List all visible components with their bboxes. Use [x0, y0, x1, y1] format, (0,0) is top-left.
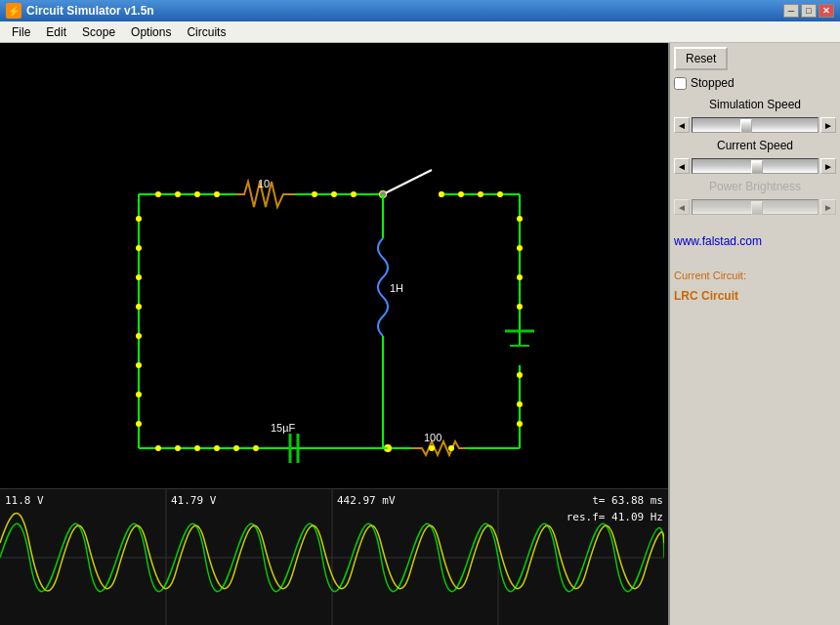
- svg-point-49: [312, 191, 317, 197]
- current-speed-track[interactable]: [692, 158, 819, 174]
- svg-point-51: [351, 191, 357, 197]
- svg-point-37: [214, 445, 220, 451]
- svg-point-31: [136, 362, 142, 368]
- svg-point-50: [331, 191, 337, 197]
- current-speed-slider[interactable]: ◄ ►: [674, 158, 836, 174]
- main-content: 10 10: [0, 43, 840, 625]
- window-title: Circuit Simulator v1.5n: [26, 4, 783, 18]
- svg-point-39: [253, 445, 259, 451]
- resistor2-label: 100: [424, 432, 441, 443]
- reset-button[interactable]: Reset: [674, 47, 728, 70]
- oscilloscope-svg: [0, 489, 664, 625]
- simulation-speed-slider[interactable]: ◄ ►: [674, 117, 836, 133]
- inductor-label: 1H: [390, 282, 403, 294]
- close-button[interactable]: ✕: [819, 4, 834, 18]
- svg-point-52: [439, 191, 444, 197]
- svg-point-55: [497, 191, 503, 197]
- current-circuit-label: Current Circuit:: [674, 268, 836, 283]
- titlebar: ⚡ Circuit Simulator v1.5n ─ □ ✕: [0, 0, 840, 21]
- current-speed-right-arrow[interactable]: ►: [820, 158, 836, 174]
- power-brightness-track[interactable]: [692, 199, 819, 215]
- svg-point-26: [136, 216, 142, 222]
- stopped-row: Stopped: [674, 74, 836, 92]
- sim-speed-right-arrow[interactable]: ►: [820, 117, 836, 133]
- svg-point-43: [517, 304, 523, 310]
- circuit-canvas: 10 10: [0, 43, 668, 512]
- svg-point-38: [233, 445, 239, 451]
- resistor1-label: 10: [258, 178, 270, 189]
- menu-file[interactable]: File: [4, 23, 38, 41]
- stopped-label: Stopped: [691, 76, 735, 90]
- svg-point-54: [478, 191, 483, 197]
- stopped-checkbox[interactable]: [674, 77, 687, 90]
- svg-point-33: [136, 421, 142, 427]
- sim-speed-thumb[interactable]: [740, 119, 752, 133]
- right-panel: Reset Stopped Simulation Speed ◄ ► Curre…: [668, 43, 840, 625]
- svg-line-3: [383, 170, 432, 194]
- svg-point-41: [517, 245, 523, 251]
- svg-point-36: [194, 445, 200, 451]
- scope-time: t= 63.88 ms: [592, 494, 663, 507]
- canvas-area[interactable]: 10 10: [0, 43, 668, 625]
- svg-point-44: [517, 372, 523, 378]
- svg-point-53: [458, 191, 464, 197]
- svg-point-23: [175, 191, 181, 197]
- svg-point-28: [136, 274, 142, 280]
- power-brightness-thumb[interactable]: [751, 201, 763, 215]
- maximize-button[interactable]: □: [801, 4, 817, 18]
- svg-point-29: [136, 304, 142, 310]
- power-brightness-slider[interactable]: ◄ ►: [674, 199, 836, 215]
- menu-circuits[interactable]: Circuits: [179, 23, 233, 41]
- website-link[interactable]: www.falstad.com: [674, 230, 836, 252]
- svg-point-32: [136, 392, 142, 397]
- window-controls: ─ □ ✕: [783, 4, 834, 18]
- svg-point-47: [429, 445, 435, 451]
- current-speed-thumb[interactable]: [751, 160, 763, 174]
- svg-point-42: [517, 274, 523, 280]
- svg-point-22: [155, 191, 161, 197]
- scope-area: 11.8 V 41.79 V 442.97 mV t= 63.88 ms res…: [0, 488, 668, 625]
- svg-point-46: [517, 421, 523, 427]
- sim-speed-track[interactable]: [692, 117, 819, 133]
- svg-point-35: [175, 445, 181, 451]
- svg-point-24: [194, 191, 200, 197]
- svg-point-25: [214, 191, 220, 197]
- menu-edit[interactable]: Edit: [38, 23, 74, 41]
- svg-point-34: [155, 445, 161, 451]
- current-speed-left-arrow[interactable]: ◄: [674, 158, 690, 174]
- minimize-button[interactable]: ─: [783, 4, 799, 18]
- power-brightness-left-arrow[interactable]: ◄: [674, 199, 690, 215]
- scope-freq: res.f= 41.09 Hz: [567, 511, 663, 523]
- svg-point-48: [448, 445, 454, 451]
- power-brightness-label: Power Brightness: [674, 178, 836, 195]
- circuit-name: LRC Circuit: [674, 287, 836, 305]
- svg-point-30: [136, 333, 142, 339]
- svg-point-40: [517, 216, 523, 222]
- app-icon: ⚡: [6, 3, 21, 19]
- scope-label2: 41.79 V: [171, 494, 216, 507]
- scope-label1: 11.8 V: [5, 494, 44, 507]
- svg-point-27: [136, 245, 142, 251]
- menu-scope[interactable]: Scope: [74, 23, 123, 41]
- capacitor-label: 15µF: [271, 422, 296, 434]
- menu-options[interactable]: Options: [123, 23, 179, 41]
- current-speed-label: Current Speed: [674, 137, 836, 154]
- sim-speed-left-arrow[interactable]: ◄: [674, 117, 690, 133]
- scope-label3: 442.97 mV: [337, 494, 396, 507]
- simulation-speed-label: Simulation Speed: [674, 96, 836, 113]
- menubar: File Edit Scope Options Circuits: [0, 21, 840, 43]
- svg-point-45: [517, 401, 523, 407]
- power-brightness-right-arrow[interactable]: ►: [820, 199, 836, 215]
